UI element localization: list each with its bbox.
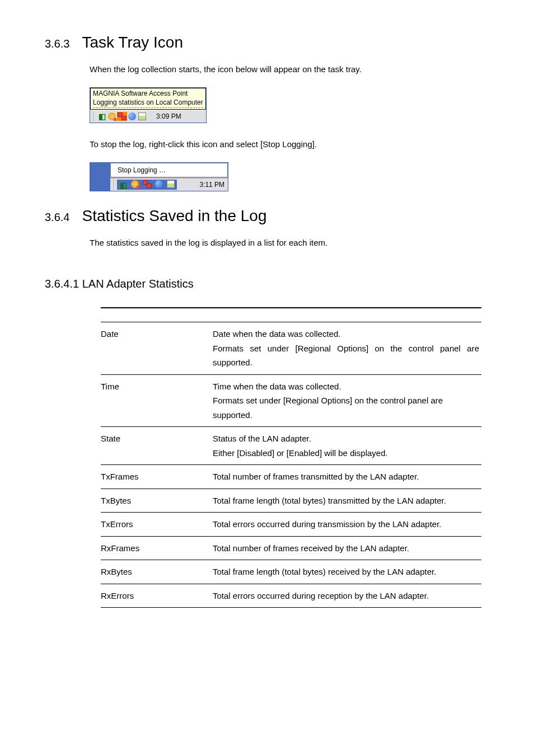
table-row: StateStatus of the LAN adapter.Either [D… <box>101 427 481 465</box>
table-row: TxFramesTotal number of frames transmitt… <box>101 465 481 489</box>
tray-icon-1: ◧ <box>97 112 107 121</box>
table-row: TxBytesTotal frame length (total bytes) … <box>101 489 481 513</box>
stop-logging-menu-item[interactable]: Stop Logging … <box>110 163 228 177</box>
tray-icon-globe <box>127 112 137 121</box>
stat-name: RxBytes <box>101 560 213 584</box>
stat-name: RxFrames <box>101 536 213 560</box>
stat-name: RxErrors <box>101 584 213 608</box>
stat-name: Time <box>101 374 213 427</box>
section-number: 3.6.3 <box>45 37 69 50</box>
stat-name: Date <box>101 322 213 375</box>
table-row: RxErrorsTotal errors occurred during rec… <box>101 584 481 608</box>
tray-time-1: 3:09 PM <box>156 112 181 120</box>
table-row: TxErrorsTotal errors occurred during tra… <box>101 513 481 537</box>
tray-icon-network-red <box>117 112 127 121</box>
stat-description: Total errors occurred during transmissio… <box>213 513 481 537</box>
section-title-2: Statistics Saved in the Log <box>82 207 266 225</box>
tray2-icons-highlighted: ◧ <box>117 180 177 190</box>
tooltip-line2: Logging statistics on Local Computer <box>93 98 203 109</box>
stat-description: Date when the data was collected.Formats… <box>213 322 481 375</box>
table-row: TimeTime when the data was collected.For… <box>101 374 481 427</box>
section-3-6-3-heading: 3.6.3 Task Tray Icon <box>45 34 489 51</box>
stat-name: TxBytes <box>101 489 213 513</box>
stat-description: Total errors occurred during reception b… <box>213 584 481 608</box>
table-row: RxBytesTotal frame length (total bytes) … <box>101 560 481 584</box>
tray-divider-2 <box>114 180 115 190</box>
stat-name: State <box>101 427 213 465</box>
section-title: Task Tray Icon <box>82 34 183 51</box>
stat-description: Total number of frames transmitted by th… <box>213 465 481 489</box>
tray-icon-arrow <box>107 112 117 121</box>
para-stats: The statistics saved in the log is displ… <box>90 236 489 250</box>
stat-description: Total frame length (total bytes) transmi… <box>213 489 481 513</box>
lan-adapter-statistics-table: DateDate when the data was collected.For… <box>101 322 481 608</box>
tray-tooltip-image: MAGNIA Software Access Point Logging sta… <box>90 87 489 124</box>
stat-description: Total frame length (total bytes) receive… <box>213 560 481 584</box>
menu-left-bar <box>90 163 110 191</box>
stop-logging-image: Stop Logging … ◧ 3:11 PM <box>90 162 489 193</box>
para-stop-log: To stop the log, right-click this icon a… <box>90 138 489 151</box>
stat-description: Time when the data was collected.Formats… <box>213 374 481 427</box>
section-number-2: 3.6.4 <box>45 211 69 224</box>
tray-icon-doc <box>137 112 147 121</box>
table-row: DateDate when the data was collected.For… <box>101 322 481 375</box>
stat-name: TxErrors <box>101 513 213 537</box>
para-intro-1: When the log collection starts, the icon… <box>90 63 489 76</box>
stat-name: TxFrames <box>101 465 213 489</box>
tray-divider <box>93 111 95 121</box>
table-row: RxFramesTotal number of frames received … <box>101 536 481 560</box>
section-3-6-4-heading: 3.6.4 Statistics Saved in the Log <box>45 207 489 225</box>
tooltip-line1: MAGNIA Software Access Point <box>93 90 203 98</box>
section-3-6-4-1-heading: 3.6.4.1 LAN Adapter Statistics <box>45 278 489 290</box>
tray-time-2: 3:11 PM <box>177 181 224 189</box>
table-top-border <box>101 307 481 322</box>
stat-description: Total number of frames received by the L… <box>213 536 481 560</box>
stat-description: Status of the LAN adapter.Either [Disabl… <box>213 427 481 465</box>
